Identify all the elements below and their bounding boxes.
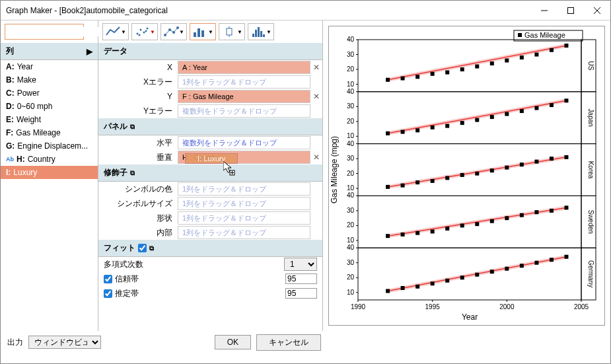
shape-dropzone[interactable]: 1列をドラッグ＆ドロップ: [178, 211, 310, 225]
data-section-header: データ: [98, 43, 322, 60]
svg-rect-98: [401, 184, 405, 188]
svg-rect-72: [401, 130, 405, 134]
column-item[interactable]: AbH:Country: [1, 153, 98, 166]
column-item[interactable]: D:0~60 mph: [1, 100, 98, 113]
svg-text:2005: 2005: [574, 303, 589, 310]
minimize-button[interactable]: [531, 1, 557, 20]
svg-rect-158: [520, 264, 524, 268]
svg-text:Gas Mileage: Gas Mileage: [524, 31, 565, 39]
search-input[interactable]: [5, 27, 110, 36]
column-item[interactable]: F:Gas Mileage: [1, 126, 98, 139]
horizontal-dropzone[interactable]: 複数列をドラッグ＆ドロップ: [178, 136, 310, 149]
svg-rect-124: [401, 233, 405, 237]
svg-rect-81: [534, 106, 538, 110]
svg-text:Gas Mileage (mpg): Gas Mileage (mpg): [330, 136, 339, 203]
svg-text:20: 20: [347, 170, 355, 177]
svg-text:Japan: Japan: [587, 109, 594, 127]
bar-chart-icon[interactable]: ▼: [190, 23, 216, 40]
polydeg-label: 多項式次数: [104, 259, 284, 270]
confband-checkbox[interactable]: [104, 275, 112, 283]
svg-rect-161: [564, 255, 568, 259]
column-list: A:YearB:MakeC:PowerD:0~60 mphE:WeightF:G…: [1, 60, 98, 331]
maximize-button[interactable]: [557, 1, 584, 20]
polydeg-select[interactable]: 1: [284, 258, 317, 271]
close-button[interactable]: [584, 1, 610, 20]
column-item[interactable]: E:Weight: [1, 113, 98, 126]
window-title: Graph Maker - [Book2]automobile_categori…: [6, 6, 531, 15]
symbol-size-dropzone[interactable]: 1列をドラッグ＆ドロップ: [178, 197, 310, 210]
svg-point-14: [172, 31, 175, 34]
svg-rect-109: [564, 155, 568, 159]
output-label: 出力: [7, 337, 23, 348]
svg-rect-45: [386, 78, 390, 82]
xerror-label: Xエラー: [98, 77, 178, 88]
svg-rect-123: [386, 234, 390, 238]
column-item[interactable]: B:Make: [1, 73, 98, 87]
ok-button[interactable]: OK: [215, 335, 251, 349]
fit-enable-checkbox[interactable]: [138, 244, 147, 252]
predband-label: 推定帯: [112, 288, 285, 299]
svg-rect-157: [505, 267, 509, 271]
svg-text:10: 10: [347, 132, 355, 139]
box-chart-icon[interactable]: ▼: [219, 23, 245, 40]
line-chart-icon[interactable]: ▼: [102, 23, 129, 40]
svg-rect-55: [534, 53, 538, 57]
svg-rect-16: [194, 32, 196, 37]
y-clear-icon[interactable]: ✕: [310, 92, 322, 101]
histogram-icon[interactable]: ▼: [248, 23, 274, 40]
column-item[interactable]: I:Luxury: [1, 166, 98, 179]
svg-rect-132: [520, 213, 524, 217]
svg-rect-156: [490, 270, 494, 273]
predband-checkbox[interactable]: [104, 289, 112, 298]
search-box[interactable]: [5, 24, 84, 40]
horizontal-label: 水平: [98, 137, 178, 149]
x-dropzone[interactable]: A : Year: [178, 61, 310, 74]
xerror-dropzone[interactable]: 1列をドラッグ＆ドロップ: [178, 75, 310, 89]
svg-text:40: 40: [347, 192, 355, 199]
symbol-color-dropzone[interactable]: 1列をドラッグ＆ドロップ: [178, 182, 310, 196]
svg-text:1990: 1990: [351, 303, 366, 310]
confband-input[interactable]: [285, 273, 317, 284]
svg-point-12: [164, 34, 166, 36]
svg-rect-150: [401, 286, 405, 290]
svg-rect-22: [252, 34, 254, 37]
svg-text:40: 40: [347, 244, 355, 251]
svg-text:1995: 1995: [425, 303, 441, 310]
line-scatter-icon[interactable]: ▼: [161, 23, 187, 40]
x-label: X: [98, 63, 178, 72]
svg-text:20: 20: [347, 221, 355, 229]
y-dropzone[interactable]: F : Gas Mileage: [178, 90, 310, 103]
svg-rect-18: [201, 30, 204, 37]
svg-rect-106: [520, 163, 524, 166]
column-item[interactable]: C:Power: [1, 87, 98, 100]
svg-rect-102: [460, 173, 464, 177]
yerror-dropzone[interactable]: 複数列をドラッグ＆ドロップ: [178, 104, 310, 118]
svg-rect-80: [520, 109, 524, 113]
column-item[interactable]: G:Engine Displacem...: [1, 139, 98, 153]
svg-rect-130: [490, 219, 494, 223]
scatter-chart-icon[interactable]: ▼: [131, 23, 158, 40]
symbol-color-label: シンボルの色: [98, 184, 178, 195]
modifier-copy-icon: ⧉: [130, 169, 135, 177]
svg-point-8: [143, 32, 145, 34]
x-clear-icon[interactable]: ✕: [310, 63, 322, 72]
interior-dropzone[interactable]: 1列をドラッグ＆ドロップ: [178, 226, 310, 239]
yerror-label: Yエラー: [98, 106, 178, 117]
svg-rect-71: [386, 131, 390, 135]
output-select[interactable]: ウィンドウビュー: [28, 336, 101, 349]
interior-label: 内部: [98, 227, 178, 238]
fit-copy-icon: ⧉: [149, 244, 154, 252]
column-item[interactable]: A:Year: [1, 60, 98, 73]
svg-rect-125: [415, 231, 419, 235]
fit-section-header: フィット ⧉: [98, 240, 322, 257]
vertical-label: 垂直: [98, 152, 178, 163]
svg-rect-26: [263, 34, 265, 37]
svg-text:30: 30: [347, 51, 355, 58]
svg-rect-134: [550, 209, 554, 213]
cancel-button[interactable]: キャンセル: [256, 334, 321, 351]
vertical-clear-icon[interactable]: ✕: [310, 153, 322, 162]
svg-rect-51: [475, 65, 479, 69]
svg-text:10: 10: [347, 184, 355, 192]
predband-input[interactable]: [285, 288, 317, 299]
svg-rect-107: [534, 160, 538, 164]
